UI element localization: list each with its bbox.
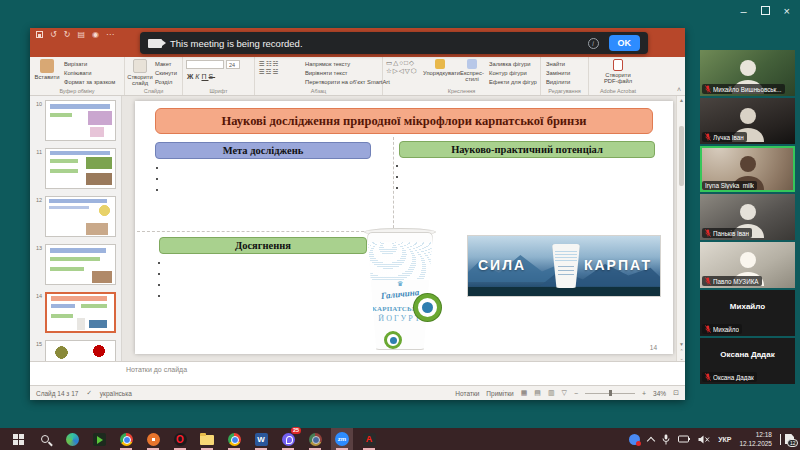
shape-effects-button[interactable]: Ефекти для фігур (489, 78, 537, 87)
arrange-button[interactable]: Упорядкувати (423, 59, 457, 76)
file-explorer-icon[interactable] (199, 431, 215, 447)
achievements-header[interactable]: Досягнення (159, 237, 367, 254)
comments-toggle[interactable]: Примітки (486, 390, 513, 397)
slide-thumbnail[interactable]: 12 (30, 196, 122, 238)
microphone-tray-icon[interactable] (662, 434, 670, 445)
participant-tile[interactable]: Павло МУЗИКА (700, 242, 795, 288)
fit-to-window-icon[interactable]: ⊡ (673, 389, 679, 397)
zoom-taskbar-icon[interactable]: zm (334, 431, 350, 447)
text-direction-button[interactable]: Напрямок тексту (305, 60, 390, 69)
participant-tile[interactable]: Лучка Іван (700, 98, 795, 144)
tray-expand-icon[interactable] (647, 436, 655, 444)
slide-sorter-icon[interactable]: ▤ (534, 389, 541, 397)
undo-icon[interactable]: ↺ (50, 30, 57, 40)
notification-center[interactable]: 12 (780, 434, 794, 445)
opera-icon[interactable]: O (172, 431, 188, 447)
slide-thumbnail[interactable]: 11 (30, 148, 122, 190)
reset-button[interactable]: Скинути (155, 69, 177, 78)
slide-thumbnail[interactable]: 14 (30, 292, 122, 334)
slide-thumbnail-preview[interactable] (45, 100, 116, 141)
copy-button[interactable]: Копіювати (64, 69, 115, 78)
info-icon[interactable]: i (588, 38, 599, 49)
shape-outline-button[interactable]: Контур фігури (489, 69, 537, 78)
slide-thumbnail[interactable]: 13 (30, 244, 122, 286)
normal-view-icon[interactable]: ▦ (521, 389, 528, 397)
minimize-button[interactable]: – (740, 4, 746, 18)
slide-thumbnail-preview[interactable] (45, 196, 116, 237)
teams-tray-icon[interactable] (629, 434, 640, 445)
slide-scrollbar[interactable]: ▲ ▼ ⌃ ⌄ (676, 96, 685, 361)
spellcheck-icon[interactable]: ✓ (86, 389, 91, 397)
save-icon[interactable] (36, 31, 43, 38)
font-size-input[interactable]: 24 (226, 60, 240, 69)
slide[interactable]: Наукові дослідження природної мікрофлори… (135, 101, 673, 354)
language-switcher[interactable]: УКР (718, 436, 731, 443)
goal-header[interactable]: Мета досліджень (155, 142, 371, 159)
slide-thumbnail[interactable]: 10 (30, 100, 122, 142)
zoom-in-icon[interactable]: + (642, 390, 646, 397)
section-button[interactable]: Розділ (155, 78, 177, 87)
underline-button[interactable]: П (201, 73, 208, 80)
qat-more-icon[interactable]: ⋯ (106, 30, 114, 40)
slide-thumbnail-preview[interactable] (45, 340, 116, 361)
create-pdf-button[interactable]: Створити PDF-файл (601, 59, 635, 85)
word-icon[interactable]: W (253, 431, 269, 447)
chrome-icon[interactable] (118, 431, 134, 447)
maximize-button[interactable] (761, 6, 770, 15)
previous-slide-icon[interactable]: ⌃ (677, 348, 685, 354)
new-slide-button[interactable]: Створити слайд (125, 59, 155, 87)
edge-icon[interactable] (64, 431, 80, 447)
collapse-ribbon-icon[interactable]: ˄ (677, 86, 681, 93)
bullet-list-icons[interactable]: ☰☷☵☰☲☱ (259, 60, 279, 77)
find-button[interactable]: Знайти (546, 60, 570, 69)
slide-thumbnail-preview[interactable] (45, 292, 116, 333)
viber-icon[interactable]: 25 (280, 431, 296, 447)
android-app-icon[interactable] (91, 431, 107, 447)
slide-title[interactable]: Наукові дослідження природної мікрофлори… (155, 108, 653, 134)
orange-app-icon[interactable] (145, 431, 161, 447)
redo-icon[interactable]: ↻ (64, 30, 71, 40)
slideshow-view-icon[interactable]: ▽ (562, 389, 567, 397)
close-button[interactable]: × (784, 4, 790, 18)
notes-placeholder[interactable]: Нотатки до слайда (126, 366, 187, 373)
select-button[interactable]: Виділити (546, 78, 570, 87)
scroll-up-icon[interactable]: ▲ (677, 97, 685, 103)
potential-header[interactable]: Науково-практичний потенціал (399, 141, 655, 158)
scroll-down-icon[interactable]: ▼ (677, 341, 685, 347)
clock[interactable]: 12:18 12.12.2025 (739, 430, 772, 448)
ok-button[interactable]: OK (609, 35, 641, 51)
acrobat-icon[interactable]: A (361, 431, 377, 447)
shapes-gallery[interactable]: ▭△○□◇☆▷◁▽⬡ (386, 59, 418, 76)
strikethrough-button[interactable]: S (209, 73, 216, 80)
scrollbar-thumb[interactable] (679, 126, 684, 186)
align-text-button[interactable]: Вирівняти текст (305, 69, 390, 78)
search-icon[interactable] (37, 431, 53, 447)
layout-button[interactable]: Макет (155, 60, 177, 69)
participant-tile[interactable]: Iryna Slyvka_milk (700, 146, 795, 192)
participant-tile[interactable]: Михайло Вишньовськ... (700, 50, 795, 96)
chrome-dev-icon[interactable] (307, 431, 323, 447)
chrome-profile-icon[interactable] (226, 431, 242, 447)
volume-muted-icon[interactable] (698, 435, 710, 444)
reading-view-icon[interactable]: ▥ (548, 389, 555, 397)
notes-toggle[interactable]: Нотатки (455, 390, 479, 397)
start-button[interactable] (10, 431, 26, 447)
zoom-level[interactable]: 34% (653, 390, 666, 397)
zoom-out-icon[interactable]: − (574, 390, 578, 397)
participant-tile[interactable]: Оксана Дадак Оксана Дадак (700, 338, 795, 384)
slide-thumbnail[interactable]: 15 (30, 340, 122, 361)
participant-tile[interactable]: Михайло Михайло (700, 290, 795, 336)
shape-fill-button[interactable]: Заливка фігури (489, 60, 537, 69)
zoom-slider[interactable] (585, 393, 635, 394)
slide-thumbnail-preview[interactable] (45, 148, 116, 189)
smartart-button[interactable]: Перетворити на об'єкт SmartArt (305, 78, 390, 87)
cut-button[interactable]: Вирізати (64, 60, 115, 69)
format-painter-button[interactable]: Формат за зразком (64, 78, 115, 87)
slide-thumbnail-preview[interactable] (45, 244, 116, 285)
share-icon[interactable]: ◉ (92, 30, 99, 40)
notes-panel[interactable]: Нотатки до слайда (30, 361, 685, 385)
language-indicator[interactable]: українська (100, 390, 132, 397)
battery-icon[interactable] (678, 435, 690, 443)
participant-tile[interactable]: Паньків Іван (700, 194, 795, 240)
font-name-input[interactable] (186, 60, 224, 69)
